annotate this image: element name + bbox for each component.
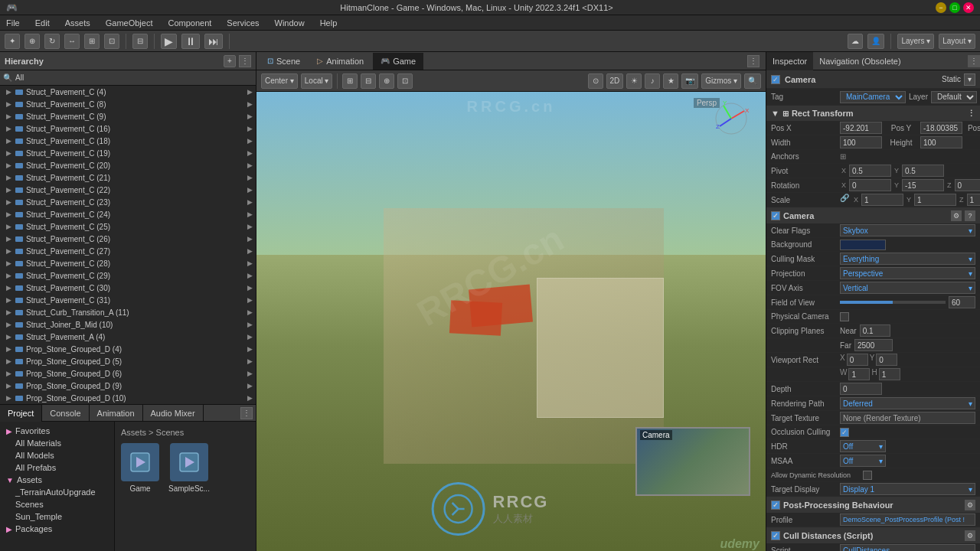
light-toggle[interactable]: ☀ xyxy=(626,73,642,89)
tag-select[interactable]: MainCamera xyxy=(840,91,906,103)
fov-axis-select[interactable]: Vertical ▾ xyxy=(840,282,975,294)
scene-camera[interactable]: 📷 xyxy=(681,73,698,89)
gizmo-toggle[interactable]: ⊞ xyxy=(342,73,358,89)
asset-samplescene[interactable]: SampleSc... xyxy=(168,443,210,493)
camera-help-button[interactable]: ? xyxy=(965,210,975,221)
cd-script-field[interactable]: CullDistances xyxy=(840,544,975,551)
anchors-control[interactable]: ⊞ xyxy=(840,152,846,161)
sidebar-assets[interactable]: ▼ Assets xyxy=(3,474,111,486)
hierarchy-content[interactable]: ▶ Struct_Pavement_C (4) ▶ ▶ Struct_Pavem… xyxy=(0,86,256,404)
transform-tool-hand[interactable]: ✦ xyxy=(5,34,20,49)
hierarchy-item[interactable]: ▶ Struct_Pavement_C (4) ▶ xyxy=(0,86,256,98)
sidebar-packages[interactable]: ▶ Packages xyxy=(3,523,111,535)
snap-toggle[interactable]: ⊕ xyxy=(379,73,394,89)
occlusion-checkbox[interactable]: ✓ xyxy=(840,428,849,437)
hierarchy-item[interactable]: ▶ Struct_Pavement_A (4) ▶ xyxy=(0,331,256,343)
tab-navigation[interactable]: Navigation (Obsolete) xyxy=(813,52,906,70)
sidebar-all-materials[interactable]: All Materials xyxy=(3,437,111,449)
render-mode[interactable]: ⊙ xyxy=(588,73,603,89)
hierarchy-item[interactable]: ▶ Struct_Pavement_C (25) ▶ xyxy=(0,220,256,233)
pos-y-input[interactable] xyxy=(920,122,962,134)
hierarchy-item[interactable]: ▶ Struct_Pavement_C (26) ▶ xyxy=(0,233,256,245)
hierarchy-add-button[interactable]: + xyxy=(224,55,236,67)
play-button[interactable]: ▶ xyxy=(161,34,177,49)
cd-settings[interactable]: ⚙ xyxy=(965,530,975,541)
sidebar-all-models[interactable]: All Models xyxy=(3,449,111,461)
sidebar-all-prefabs[interactable]: All Prefabs xyxy=(3,461,111,474)
hierarchy-item[interactable]: ▶ Struct_Pavement_C (18) ▶ xyxy=(0,135,256,147)
hierarchy-item[interactable]: ▶ Struct_Pavement_C (20) ▶ xyxy=(0,159,256,171)
pp-settings[interactable]: ⚙ xyxy=(965,500,975,510)
near-input[interactable] xyxy=(860,324,890,337)
hierarchy-menu-button[interactable]: ⋮ xyxy=(239,55,251,67)
pivot-y-input[interactable] xyxy=(902,165,944,177)
far-input[interactable] xyxy=(854,339,893,351)
hierarchy-item[interactable]: ▶ Struct_Pavement_C (24) ▶ xyxy=(0,208,256,220)
bottom-menu-button[interactable]: ⋮ xyxy=(240,407,253,419)
hierarchy-item[interactable]: ▶ Struct_Pavement_C (21) ▶ xyxy=(0,171,256,184)
msaa-select[interactable]: Off ▾ xyxy=(840,455,886,467)
depth-input[interactable] xyxy=(840,383,882,395)
fov-input[interactable] xyxy=(949,296,975,308)
cloud-button[interactable]: ☁ xyxy=(848,34,863,49)
sidebar-favorites[interactable]: ▶ Favorites xyxy=(3,425,111,437)
pause-button[interactable]: ⏸ xyxy=(181,34,200,49)
minimize-button[interactable]: − xyxy=(936,2,946,13)
transform-tool-rect[interactable]: ⊞ xyxy=(84,34,100,49)
hierarchy-item[interactable]: ▶ Prop_Stone_Grouped_D (6) ▶ xyxy=(0,367,256,380)
fov-slider[interactable] xyxy=(840,301,946,304)
hierarchy-item[interactable]: ▶ Prop_Stone_Grouped_D (9) ▶ xyxy=(0,380,256,392)
tab-animation-view[interactable]: ▷ Animation xyxy=(309,53,371,70)
scale-z-input[interactable] xyxy=(967,194,980,206)
scene-view[interactable]: Persp X Y Z Camera xyxy=(256,92,766,551)
vp-w[interactable] xyxy=(848,368,870,380)
tab-project[interactable]: Project xyxy=(0,405,42,422)
2d-toggle[interactable]: 2D xyxy=(606,73,624,89)
menu-assets[interactable]: Assets xyxy=(62,18,93,28)
pp-profile-field[interactable]: DemoScene_PostProcessProfile (Post ! xyxy=(840,514,975,526)
transform-tool-scale[interactable]: ↔ xyxy=(64,34,80,49)
object-name[interactable]: Camera xyxy=(785,75,942,84)
target-display-select[interactable]: Display 1 ▾ xyxy=(840,483,975,495)
sidebar-scenes[interactable]: Scenes xyxy=(3,498,111,510)
hierarchy-item[interactable]: ▶ Struct_Pavement_C (27) ▶ xyxy=(0,245,256,257)
local-select[interactable]: Local ▾ xyxy=(301,73,333,89)
layers-button[interactable]: Layers ▾ xyxy=(897,34,934,49)
pp-enabled-checkbox[interactable]: ✓ xyxy=(771,500,780,510)
sidebar-suntemple[interactable]: Sun_Temple xyxy=(3,510,111,523)
scale-y-input[interactable] xyxy=(914,194,956,206)
vp-h[interactable] xyxy=(879,368,900,380)
menu-help[interactable]: Help xyxy=(317,18,341,28)
menu-gameobject[interactable]: GameObject xyxy=(103,18,156,28)
hierarchy-item[interactable]: ▶ Struct_Pavement_C (31) ▶ xyxy=(0,294,256,306)
overlay-toggle[interactable]: ⊟ xyxy=(361,73,376,89)
hierarchy-item[interactable]: ▶ Struct_Curb_Transition_A (11) ▶ xyxy=(0,306,256,318)
object-enabled-checkbox[interactable]: ✓ xyxy=(771,75,780,84)
allow-dynamic-checkbox[interactable] xyxy=(863,471,872,480)
hierarchy-item[interactable]: ▶ Struct_Pavement_C (23) ▶ xyxy=(0,196,256,208)
rot-z-input[interactable] xyxy=(955,179,980,191)
rendering-path-select[interactable]: Deferred ▾ xyxy=(840,397,975,409)
hierarchy-item[interactable]: ▶ Struct_Pavement_C (8) ▶ xyxy=(0,98,256,110)
account-button[interactable]: 👤 xyxy=(867,34,884,49)
tab-console[interactable]: Console xyxy=(42,405,89,422)
asset-game[interactable]: Game xyxy=(121,443,159,493)
menu-services[interactable]: Services xyxy=(224,18,262,28)
transform-tool-universal[interactable]: ⊡ xyxy=(104,34,119,49)
pivot-x-input[interactable] xyxy=(849,165,891,177)
vp-y[interactable] xyxy=(876,354,897,366)
hierarchy-item[interactable]: ▶ Struct_Pavement_C (22) ▶ xyxy=(0,184,256,196)
hierarchy-item[interactable]: ▶ Prop_Stone_Grouped_D (5) ▶ xyxy=(0,355,256,367)
hierarchy-item[interactable]: ▶ Struct_Pavement_C (16) ▶ xyxy=(0,122,256,135)
tab-animation[interactable]: Animation xyxy=(90,405,143,422)
background-color-swatch[interactable] xyxy=(840,240,886,250)
tab-game[interactable]: 🎮 Game xyxy=(373,53,423,70)
tab-scene[interactable]: ⊡ Scene xyxy=(260,53,308,70)
clear-flags-select[interactable]: Skybox ▾ xyxy=(840,224,975,236)
fx-toggle[interactable]: ★ xyxy=(663,73,678,89)
physical-camera-checkbox[interactable] xyxy=(840,312,849,321)
hierarchy-item[interactable]: ▶ Struct_Pavement_C (19) ▶ xyxy=(0,147,256,159)
camera-enabled-checkbox[interactable]: ✓ xyxy=(771,211,780,220)
maximize-button[interactable]: □ xyxy=(949,2,960,13)
gizmos-toggle[interactable]: Gizmos ▾ xyxy=(701,73,741,89)
